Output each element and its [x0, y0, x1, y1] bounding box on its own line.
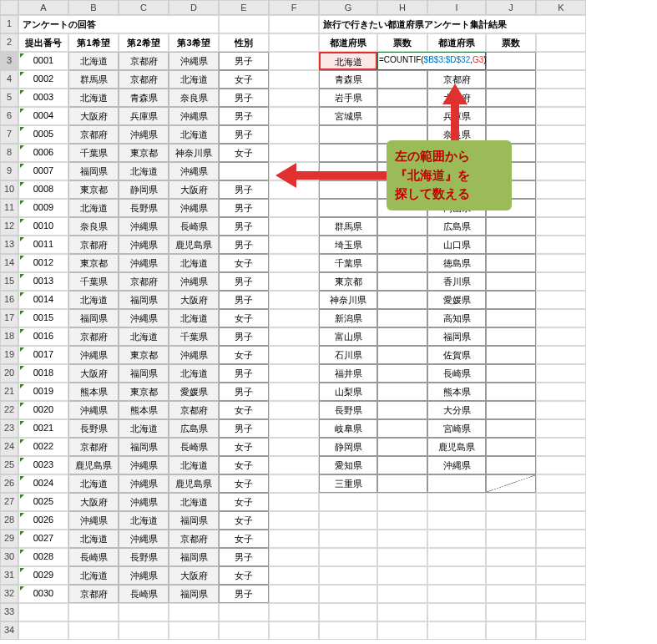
cell-empty[interactable]: [486, 511, 536, 530]
data-cell[interactable]: 沖縄県: [169, 346, 219, 364]
row-header[interactable]: 34: [0, 621, 18, 640]
cell-empty[interactable]: [377, 548, 427, 566]
data-cell[interactable]: 沖縄県: [119, 125, 169, 144]
count-cell[interactable]: [486, 272, 536, 291]
cell-empty[interactable]: [269, 236, 319, 254]
cell-empty[interactable]: [377, 585, 427, 603]
data-cell[interactable]: 京都府: [68, 327, 119, 346]
cell-empty[interactable]: [536, 419, 586, 438]
count-cell[interactable]: [377, 217, 427, 236]
gender-cell[interactable]: 男子: [219, 364, 269, 383]
cell-empty[interactable]: [536, 89, 586, 107]
count-cell[interactable]: [486, 419, 536, 438]
pref-cell[interactable]: 愛知県: [319, 456, 377, 474]
row-header[interactable]: 13: [0, 236, 18, 254]
row-header[interactable]: 1: [0, 15, 18, 33]
cell-empty[interactable]: [219, 603, 269, 621]
data-cell[interactable]: 北海道: [68, 52, 119, 70]
cell-empty[interactable]: [269, 144, 319, 162]
cell-empty[interactable]: [427, 603, 486, 621]
data-cell[interactable]: 福岡県: [169, 548, 219, 566]
id-cell[interactable]: 0006: [18, 144, 68, 162]
row-header[interactable]: 24: [0, 438, 18, 456]
count-cell[interactable]: [486, 89, 536, 107]
data-cell[interactable]: 千葉県: [169, 327, 219, 346]
cell-empty[interactable]: [536, 217, 586, 236]
cell-empty[interactable]: [269, 33, 319, 52]
cell-empty[interactable]: [18, 603, 68, 621]
cell-empty[interactable]: [427, 493, 486, 511]
data-cell[interactable]: 京都府: [68, 125, 119, 144]
row-header[interactable]: 23: [0, 419, 18, 438]
count-cell[interactable]: [486, 327, 536, 346]
data-cell[interactable]: 鹿児島県: [68, 456, 119, 474]
cell-empty[interactable]: [536, 254, 586, 272]
data-cell[interactable]: 千葉県: [68, 144, 119, 162]
gender-cell[interactable]: 女子: [219, 70, 269, 89]
data-cell[interactable]: 北海道: [68, 89, 119, 107]
gender-cell[interactable]: 女子: [219, 456, 269, 474]
data-cell[interactable]: 東京都: [68, 180, 119, 199]
pref-cell[interactable]: 香川県: [427, 272, 486, 291]
cell-empty[interactable]: [486, 530, 536, 548]
data-cell[interactable]: 沖縄県: [119, 456, 169, 474]
id-cell[interactable]: 0001: [18, 52, 68, 70]
row-header[interactable]: 29: [0, 530, 18, 548]
cell-empty[interactable]: [319, 548, 377, 566]
data-cell[interactable]: 長野県: [119, 199, 169, 217]
cell-empty[interactable]: [319, 530, 377, 548]
count-cell[interactable]: [486, 383, 536, 401]
cell-empty[interactable]: [269, 346, 319, 364]
cell-empty[interactable]: [536, 493, 586, 511]
row-header[interactable]: 6: [0, 107, 18, 125]
data-cell[interactable]: 沖縄県: [68, 511, 119, 530]
cell-empty[interactable]: [269, 364, 319, 383]
cell-empty[interactable]: [377, 621, 427, 640]
row-header[interactable]: 2: [0, 33, 18, 52]
row-header[interactable]: 8: [0, 144, 18, 162]
cell-empty[interactable]: [119, 621, 169, 640]
row-header[interactable]: 10: [0, 180, 18, 199]
cell-empty[interactable]: [269, 621, 319, 640]
cell-empty[interactable]: [377, 511, 427, 530]
cell-empty[interactable]: [427, 548, 486, 566]
row-header[interactable]: 12: [0, 217, 18, 236]
gender-cell[interactable]: 女子: [219, 254, 269, 272]
data-cell[interactable]: 福岡県: [68, 309, 119, 327]
gender-cell[interactable]: 女子: [219, 309, 269, 327]
col-header[interactable]: C: [119, 0, 169, 15]
count-cell[interactable]: [377, 70, 427, 89]
gender-cell[interactable]: 男子: [219, 548, 269, 566]
gender-cell[interactable]: 女子: [219, 474, 269, 493]
data-cell[interactable]: 大阪府: [169, 291, 219, 309]
row-header[interactable]: 27: [0, 493, 18, 511]
cell-empty[interactable]: [269, 419, 319, 438]
data-cell[interactable]: 北海道: [169, 125, 219, 144]
cell-empty[interactable]: [319, 511, 377, 530]
cell-empty[interactable]: [536, 511, 586, 530]
cell-empty[interactable]: [269, 309, 319, 327]
count-cell[interactable]: [486, 52, 536, 70]
pref-cell[interactable]: 高知県: [427, 309, 486, 327]
cell-empty[interactable]: [536, 33, 586, 52]
data-cell[interactable]: 北海道: [169, 309, 219, 327]
cell-empty[interactable]: [486, 493, 536, 511]
row-header[interactable]: 3: [0, 52, 18, 70]
cell-empty[interactable]: [269, 272, 319, 291]
data-cell[interactable]: 北海道: [119, 419, 169, 438]
cell-empty[interactable]: [269, 585, 319, 603]
data-cell[interactable]: 大阪府: [169, 180, 219, 199]
row-header[interactable]: 17: [0, 309, 18, 327]
id-cell[interactable]: 0025: [18, 493, 68, 511]
data-cell[interactable]: 京都府: [119, 52, 169, 70]
cell-empty[interactable]: [486, 603, 536, 621]
cell-empty[interactable]: [536, 162, 586, 180]
pref-cell[interactable]: 静岡県: [319, 438, 377, 456]
gender-cell[interactable]: 男子: [219, 217, 269, 236]
id-cell[interactable]: 0024: [18, 474, 68, 493]
cell-empty[interactable]: [536, 199, 586, 217]
count-cell[interactable]: [377, 383, 427, 401]
data-cell[interactable]: 群馬県: [68, 70, 119, 89]
cell-empty[interactable]: [536, 272, 586, 291]
id-cell[interactable]: 0003: [18, 89, 68, 107]
